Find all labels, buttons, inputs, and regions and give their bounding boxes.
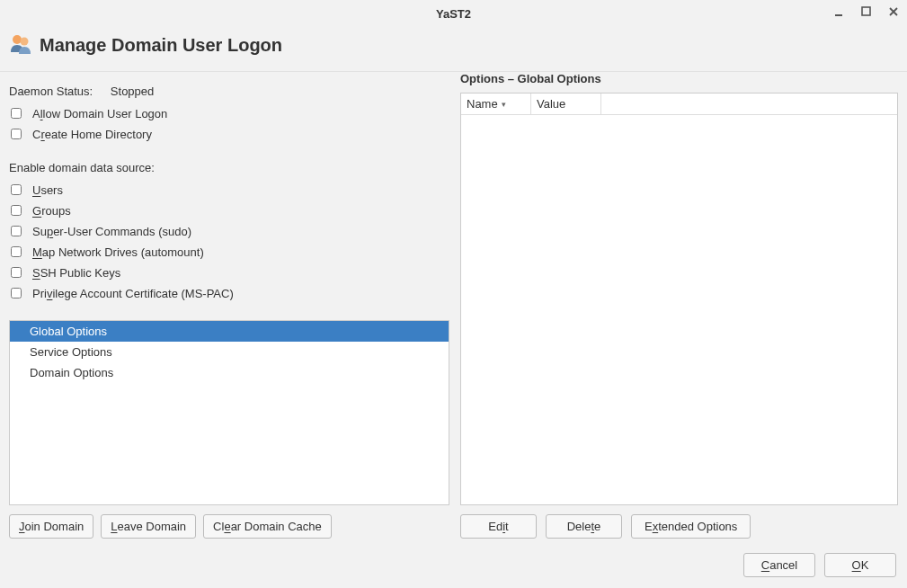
options-section-title: Options – Global Options bbox=[460, 72, 898, 85]
svg-rect-0 bbox=[835, 14, 842, 16]
sudo-checkbox[interactable] bbox=[11, 226, 22, 236]
main-content: Daemon Status: Stopped Allow Domain User… bbox=[0, 72, 907, 539]
pac-checkbox-row[interactable]: Privilege Account Certificate (MS-PAC) bbox=[11, 287, 449, 300]
clear-domain-cache-button[interactable]: Clear Domain Cache bbox=[203, 514, 332, 539]
map-checkbox-row[interactable]: Map Network Drives (automount) bbox=[11, 245, 449, 259]
left-pane: Daemon Status: Stopped Allow Domain User… bbox=[9, 72, 449, 539]
ssh-checkbox-row[interactable]: SSH Public Keys bbox=[11, 266, 449, 280]
daemon-status-label: Daemon Status: bbox=[9, 85, 93, 98]
page-header: Manage Domain User Logon bbox=[0, 27, 907, 72]
groups-checkbox[interactable] bbox=[11, 205, 22, 216]
options-scope-item[interactable]: Service Options bbox=[10, 342, 449, 362]
cancel-button[interactable]: Cancel bbox=[743, 553, 815, 577]
page-title: Manage Domain User Logon bbox=[40, 35, 282, 56]
ssh-label: SSH Public Keys bbox=[32, 266, 120, 280]
delete-button[interactable]: Delete bbox=[546, 514, 622, 539]
edit-button[interactable]: Edit bbox=[460, 514, 537, 539]
column-header-value[interactable]: Value bbox=[531, 94, 601, 114]
users-icon bbox=[9, 32, 32, 58]
enable-source-label: Enable domain data source: bbox=[9, 161, 449, 174]
sort-indicator-icon: ▾ bbox=[502, 100, 506, 109]
dialog-footer: Cancel OK bbox=[0, 539, 907, 588]
groups-checkbox-row[interactable]: Groups bbox=[11, 204, 449, 218]
options-action-buttons: Edit Delete Extended Options bbox=[460, 514, 898, 539]
create-home-checkbox[interactable] bbox=[11, 129, 22, 139]
svg-rect-1 bbox=[862, 7, 870, 15]
users-checkbox[interactable] bbox=[11, 184, 22, 195]
daemon-status-value: Stopped bbox=[111, 85, 154, 98]
minimize-icon[interactable] bbox=[833, 5, 846, 18]
extended-options-button[interactable]: Extended Options bbox=[631, 514, 751, 539]
options-scope-list[interactable]: Global OptionsService OptionsDomain Opti… bbox=[9, 320, 449, 505]
ok-button[interactable]: OK bbox=[824, 553, 896, 577]
allow-logon-checkbox[interactable] bbox=[11, 108, 22, 119]
groups-label: Groups bbox=[32, 204, 71, 218]
join-domain-button[interactable]: Join Domain bbox=[9, 514, 93, 539]
options-table-header: Name ▾ Value bbox=[461, 94, 897, 115]
map-checkbox[interactable] bbox=[11, 246, 22, 257]
create-home-label: Create Home Directory bbox=[32, 128, 152, 141]
leave-domain-button[interactable]: Leave Domain bbox=[101, 514, 196, 539]
allow-logon-checkbox-row[interactable]: Allow Domain User Logon bbox=[11, 107, 449, 120]
ssh-checkbox[interactable] bbox=[11, 267, 22, 278]
window-title: YaST2 bbox=[436, 7, 471, 21]
maximize-icon[interactable] bbox=[860, 5, 873, 18]
pac-label: Privilege Account Certificate (MS-PAC) bbox=[32, 287, 234, 300]
svg-point-2 bbox=[13, 35, 22, 44]
right-pane: Options – Global Options Name ▾ Value Ed… bbox=[460, 72, 898, 539]
sudo-checkbox-row[interactable]: Super-User Commands (sudo) bbox=[11, 225, 449, 238]
map-label: Map Network Drives (automount) bbox=[32, 245, 204, 259]
create-home-checkbox-row[interactable]: Create Home Directory bbox=[11, 128, 449, 141]
svg-point-3 bbox=[21, 38, 29, 46]
close-icon[interactable] bbox=[887, 5, 900, 18]
daemon-status-row: Daemon Status: Stopped bbox=[9, 85, 449, 98]
window-titlebar: YaST2 bbox=[0, 0, 907, 27]
users-label: Users bbox=[32, 183, 63, 197]
options-scope-item[interactable]: Domain Options bbox=[10, 362, 449, 383]
window-controls bbox=[833, 5, 900, 18]
users-checkbox-row[interactable]: Users bbox=[11, 183, 449, 197]
sudo-label: Super-User Commands (sudo) bbox=[32, 225, 191, 238]
pac-checkbox[interactable] bbox=[11, 288, 22, 298]
options-table-body bbox=[461, 115, 897, 504]
options-table[interactable]: Name ▾ Value bbox=[460, 93, 898, 505]
allow-logon-label: Allow Domain User Logon bbox=[32, 107, 167, 120]
domain-action-buttons: Join Domain Leave Domain Clear Domain Ca… bbox=[9, 514, 449, 539]
column-header-name[interactable]: Name ▾ bbox=[461, 94, 531, 114]
options-scope-item[interactable]: Global Options bbox=[10, 321, 449, 342]
